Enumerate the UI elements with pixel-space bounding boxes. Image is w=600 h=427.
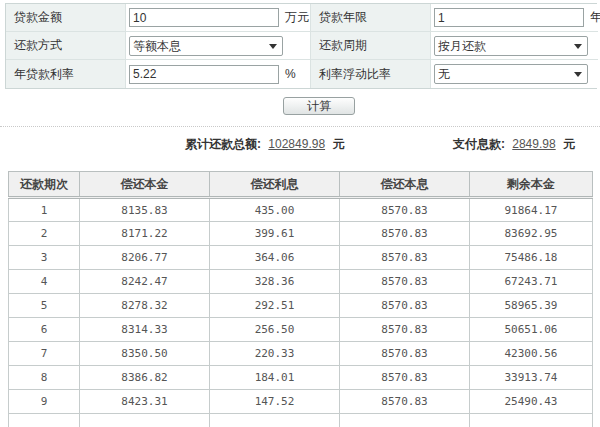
table-cell: 3 bbox=[9, 246, 80, 270]
field-label-text: 还款方式 bbox=[14, 37, 62, 54]
table-cell: 1 bbox=[9, 198, 80, 222]
table-row bbox=[9, 414, 593, 427]
table-cell: 58965.39 bbox=[470, 294, 593, 318]
table-row: 98423.31147.528570.8325490.43 bbox=[9, 390, 593, 414]
loan-amount-input[interactable] bbox=[129, 8, 279, 27]
table-cell: 435.00 bbox=[210, 198, 340, 222]
repay-cycle-select[interactable]: 按月还款 bbox=[434, 36, 588, 56]
table-cell: 8278.32 bbox=[80, 294, 210, 318]
interest-paid-label: 支付息款: bbox=[453, 137, 505, 151]
field-label-text: 贷款金额 bbox=[14, 9, 62, 26]
table-row: 38206.77364.068570.8375486.18 bbox=[9, 246, 593, 270]
table-cell: 8206.77 bbox=[80, 246, 210, 270]
table-cell: 75486.18 bbox=[470, 246, 593, 270]
table-cell bbox=[340, 414, 470, 427]
table-cell: 8570.83 bbox=[340, 246, 470, 270]
loan-form: 贷款金额 万元 贷款年限 年 还款方式 等额本息 还款周期 按月还款 bbox=[5, 3, 597, 89]
table-row: 28171.22399.618570.8383692.95 bbox=[9, 222, 593, 246]
table-cell: 4 bbox=[9, 270, 80, 294]
table-cell: 50651.06 bbox=[470, 318, 593, 342]
table-cell bbox=[210, 414, 340, 427]
column-header-remaining: 剩余本金 bbox=[470, 172, 593, 198]
table-cell: 33913.74 bbox=[470, 366, 593, 390]
table-cell: 8 bbox=[9, 366, 80, 390]
table-cell: 8386.82 bbox=[80, 366, 210, 390]
total-repayment-label: 累计还款总额: bbox=[185, 137, 261, 151]
table-cell: 220.33 bbox=[210, 342, 340, 366]
table-cell: 8242.47 bbox=[80, 270, 210, 294]
column-header-total-payment: 偿还本息 bbox=[340, 172, 470, 198]
annual-rate-input[interactable] bbox=[129, 65, 279, 84]
interest-paid-summary: 支付息款: 2849.98 元 bbox=[453, 136, 575, 153]
table-row: 48242.47328.368570.8367243.71 bbox=[9, 270, 593, 294]
repayment-table-body: 18135.83435.008570.8391864.1728171.22399… bbox=[9, 198, 593, 427]
table-cell: 8314.33 bbox=[80, 318, 210, 342]
table-cell: 8570.83 bbox=[340, 366, 470, 390]
unit-label: % bbox=[285, 67, 296, 81]
table-cell bbox=[9, 414, 80, 427]
table-cell: 147.52 bbox=[210, 390, 340, 414]
field-label-loan-term: 贷款年限 bbox=[311, 4, 431, 32]
field-cell-rate-float: 无 bbox=[431, 60, 598, 88]
table-cell: 83692.95 bbox=[470, 222, 593, 246]
column-header-interest: 偿还利息 bbox=[210, 172, 340, 198]
total-repayment-unit: 元 bbox=[332, 137, 344, 151]
table-row: 58278.32292.518570.8358965.39 bbox=[9, 294, 593, 318]
column-header-principal: 偿还本金 bbox=[80, 172, 210, 198]
interest-paid-value: 2849.98 bbox=[512, 137, 555, 151]
table-row: 78350.50220.338570.8342300.56 bbox=[9, 342, 593, 366]
interest-paid-unit: 元 bbox=[563, 137, 575, 151]
field-label-annual-rate: 年贷款利率 bbox=[6, 60, 126, 88]
table-cell: 364.06 bbox=[210, 246, 340, 270]
table-cell: 256.50 bbox=[210, 318, 340, 342]
field-label-rate-float: 利率浮动比率 bbox=[311, 60, 431, 88]
column-header-period: 还款期次 bbox=[9, 172, 80, 198]
table-cell: 292.51 bbox=[210, 294, 340, 318]
table-cell: 8570.83 bbox=[340, 342, 470, 366]
table-cell: 8570.83 bbox=[340, 390, 470, 414]
field-label-text: 还款周期 bbox=[319, 37, 367, 54]
table-cell: 8423.31 bbox=[80, 390, 210, 414]
table-cell: 5 bbox=[9, 294, 80, 318]
button-row: 计算 bbox=[0, 97, 600, 115]
field-label-text: 贷款年限 bbox=[319, 9, 367, 26]
loan-term-input[interactable] bbox=[434, 8, 584, 27]
table-cell: 8570.83 bbox=[340, 198, 470, 222]
repay-method-select[interactable]: 等额本息 bbox=[129, 36, 283, 56]
table-cell: 2 bbox=[9, 222, 80, 246]
total-repayment-summary: 累计还款总额: 102849.98 元 bbox=[185, 136, 344, 153]
unit-label: 年 bbox=[590, 9, 600, 26]
field-cell-repay-method: 等额本息 bbox=[126, 32, 311, 60]
unit-label: 万元 bbox=[285, 9, 309, 26]
field-cell-annual-rate: % bbox=[126, 60, 311, 88]
repayment-table-header: 还款期次 偿还本金 偿还利息 偿还本息 剩余本金 bbox=[9, 172, 593, 198]
table-cell bbox=[470, 414, 593, 427]
table-cell: 8570.83 bbox=[340, 294, 470, 318]
table-cell: 6 bbox=[9, 318, 80, 342]
field-cell-loan-term: 年 bbox=[431, 4, 598, 32]
field-label-repay-cycle: 还款周期 bbox=[311, 32, 431, 60]
field-label-text: 利率浮动比率 bbox=[319, 66, 391, 83]
field-cell-loan-amount: 万元 bbox=[126, 4, 311, 32]
table-cell: 8171.22 bbox=[80, 222, 210, 246]
table-cell: 42300.56 bbox=[470, 342, 593, 366]
table-cell: 9 bbox=[9, 390, 80, 414]
table-cell: 328.36 bbox=[210, 270, 340, 294]
table-cell: 399.61 bbox=[210, 222, 340, 246]
table-cell: 184.01 bbox=[210, 366, 340, 390]
field-cell-repay-cycle: 按月还款 bbox=[431, 32, 598, 60]
table-row: 88386.82184.018570.8333913.74 bbox=[9, 366, 593, 390]
table-cell: 67243.71 bbox=[470, 270, 593, 294]
field-label-loan-amount: 贷款金额 bbox=[6, 4, 126, 32]
total-repayment-value: 102849.98 bbox=[268, 137, 325, 151]
table-cell: 8570.83 bbox=[340, 270, 470, 294]
rate-float-select[interactable]: 无 bbox=[434, 64, 588, 84]
calculate-button[interactable]: 计算 bbox=[283, 97, 355, 115]
table-cell: 8570.83 bbox=[340, 318, 470, 342]
table-row: 18135.83435.008570.8391864.17 bbox=[9, 198, 593, 222]
field-label-repay-method: 还款方式 bbox=[6, 32, 126, 60]
table-cell: 7 bbox=[9, 342, 80, 366]
table-cell: 8135.83 bbox=[80, 198, 210, 222]
table-row: 68314.33256.508570.8350651.06 bbox=[9, 318, 593, 342]
repayment-table: 还款期次 偿还本金 偿还利息 偿还本息 剩余本金 18135.83435.008… bbox=[8, 171, 593, 427]
